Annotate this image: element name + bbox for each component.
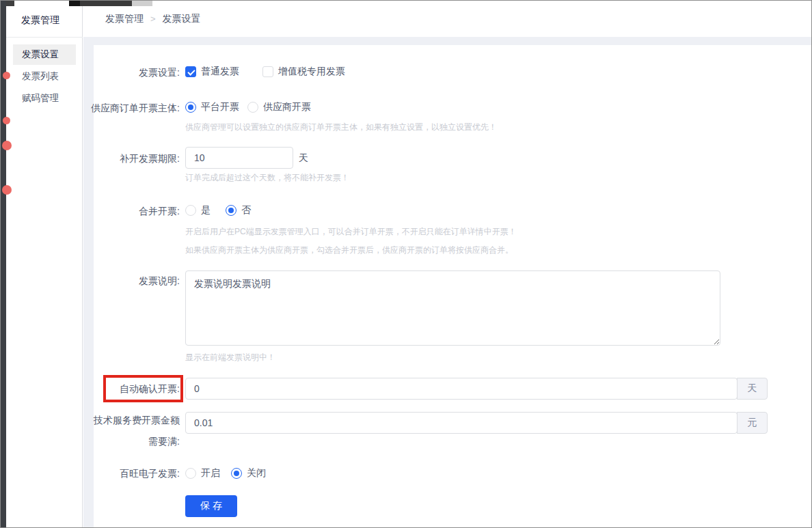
breadcrumb-item-invoice-settings: 发票设置: [163, 13, 201, 25]
save-button[interactable]: 保 存: [185, 495, 237, 517]
sidebar: 发票管理 发票设置 发票列表 赋码管理: [6, 1, 83, 527]
notification-badge: [3, 72, 10, 79]
radio-baiwang-off[interactable]: 关闭: [231, 467, 266, 480]
checkbox-checked-icon: [185, 66, 196, 77]
radio-selected-icon: [226, 205, 236, 216]
field-label-auto-confirm: 自动确认开票:: [1, 383, 180, 394]
radio-label: 是: [201, 204, 211, 217]
radio-label: 关闭: [247, 467, 266, 480]
left-edge-strip: [1, 1, 6, 527]
field-label-invoice-setting: 发票设置:: [1, 67, 180, 78]
help-text-merge-invoice-2: 如果供应商开票主体为供应商开票，勾选合并开票后，供应商开票的订单将按供应商合并。: [185, 245, 513, 256]
radio-unselected-icon: [247, 102, 258, 113]
notification-badge: [2, 141, 12, 150]
radio-label: 平台开票: [201, 101, 239, 113]
notification-badge: [3, 117, 10, 124]
help-text-merge-invoice-1: 开启后用户在PC端显示发票管理入口，可以合并订单开票，不开启只能在订单详情中开票…: [185, 226, 517, 238]
sidebar-divider: [6, 37, 83, 38]
breadcrumb-separator-icon: >: [150, 14, 156, 24]
checkbox-vat-special-invoice[interactable]: 增值税专用发票: [262, 66, 345, 78]
field-label-baiwang: 百旺电子发票:: [1, 468, 180, 479]
radio-label: 开启: [201, 467, 220, 480]
reissue-period-input[interactable]: [185, 147, 293, 169]
radio-selected-icon: [231, 468, 242, 479]
radio-label: 否: [241, 204, 251, 217]
clipped-top-fragment: [132, 1, 152, 6]
clipped-top-fragment: [80, 1, 132, 6]
breadcrumb-item-invoice-management[interactable]: 发票管理: [105, 13, 144, 25]
unit-label-day: 天: [299, 152, 308, 165]
help-text-invoice-note: 显示在前端发票说明中！: [185, 352, 275, 363]
merge-invoice-options: 是 否: [185, 204, 251, 217]
tech-fee-input[interactable]: [185, 412, 737, 434]
field-label-supplier-subject: 供应商订单开票主体:: [1, 102, 180, 113]
divider-band: [83, 37, 812, 45]
radio-label: 供应商开票: [263, 101, 311, 113]
field-label-tech-fee-line2: 需要满:: [1, 436, 180, 447]
breadcrumb: 发票管理 > 发票设置: [83, 1, 812, 37]
supplier-subject-options: 平台开票 供应商开票: [185, 101, 311, 113]
checkbox-label: 增值税专用发票: [278, 66, 345, 78]
radio-unselected-icon: [185, 205, 196, 216]
sidebar-title: 发票管理: [21, 14, 59, 27]
field-label-merge-invoice: 合并开票:: [1, 206, 180, 217]
invoice-setting-options: 普通发票 增值税专用发票: [185, 66, 345, 78]
field-label-invoice-note: 发票说明:: [1, 275, 180, 286]
radio-merge-no[interactable]: 否: [226, 204, 251, 217]
radio-baiwang-on[interactable]: 开启: [185, 467, 220, 480]
field-label-tech-fee-line1: 技术服务费开票金额: [1, 415, 180, 426]
clipped-top-fragment: [6, 1, 14, 6]
sidebar-item-invoice-settings[interactable]: 发票设置: [13, 44, 76, 65]
field-label-reissue-period: 补开发票期限:: [1, 153, 180, 164]
help-text-reissue-period: 订单完成后超过这个天数，将不能补开发票！: [185, 172, 349, 184]
clipped-top-fragment: [69, 1, 80, 6]
checkbox-common-invoice[interactable]: 普通发票: [185, 66, 239, 78]
invoice-settings-page: 发票管理 发票设置 发票列表 赋码管理 发票管理 > 发票设置 发票设置: 普通…: [0, 0, 812, 528]
radio-selected-icon: [185, 102, 196, 113]
radio-platform-invoicing[interactable]: 平台开票: [185, 101, 239, 113]
radio-unselected-icon: [185, 468, 196, 479]
checkbox-label: 普通发票: [201, 66, 239, 78]
auto-confirm-input[interactable]: [185, 378, 737, 400]
radio-supplier-invoicing[interactable]: 供应商开票: [247, 101, 311, 113]
help-text-supplier-subject: 供应商管理可以设置独立的供应商订单开票主体，如果有独立设置，以独立设置优先！: [185, 122, 497, 133]
radio-merge-yes[interactable]: 是: [185, 204, 211, 217]
invoice-note-textarea[interactable]: 发票说明发票说明: [185, 270, 720, 346]
notification-badge: [2, 185, 12, 195]
baiwang-options: 开启 关闭: [185, 467, 266, 480]
checkbox-unchecked-icon: [262, 66, 273, 77]
unit-append-yuan: 元: [737, 412, 768, 434]
unit-append-day: 天: [737, 378, 768, 400]
